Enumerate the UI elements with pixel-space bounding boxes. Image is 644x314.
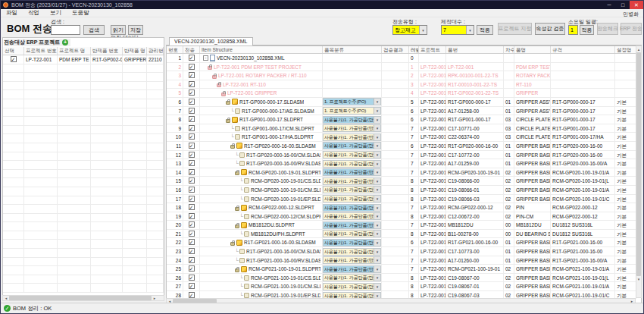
chevron-down-icon[interactable]: ▾ xyxy=(374,152,380,158)
bom-row[interactable]: 23✓└R1T-GP021-000-16-00/CM.SLDASM사용불가)1.… xyxy=(167,247,641,256)
search-button[interactable]: 검색 xyxy=(83,25,105,35)
bom-row[interactable]: 17✓└RCM-GP020-100-19-01/EP.SLDPRT사용불가)1.… xyxy=(167,195,641,204)
item-category-dropdown[interactable]: 사용불가)1. 가공단품(반)▾ xyxy=(323,256,381,264)
item-category-dropdown[interactable]: 사용불가)1. 가공단품(반)▾ xyxy=(323,168,381,176)
save-button[interactable]: 저장 xyxy=(128,25,143,35)
item-category-dropdown[interactable]: 사용불가)1. 가공단품(반)▾ xyxy=(323,142,381,149)
item-category-dropdown[interactable]: 사용불가)1. 가공단품(반)▾ xyxy=(323,248,381,256)
bom-row[interactable]: 26✓└RCM-GP021-100-19-01/CS.SLDPRT사용불가)1.… xyxy=(167,274,641,283)
checkbox[interactable]: ✓ xyxy=(189,108,195,114)
checkbox[interactable]: ✓ xyxy=(189,169,195,175)
bom-row[interactable]: 5✓LP-T22-001 GRIPPER4LP-T22-001R1T-GP002… xyxy=(167,89,641,98)
chevron-down-icon[interactable]: ▾ xyxy=(374,187,380,193)
item-category-dropdown[interactable]: 사용불가)1. 가공단품(반)▾ xyxy=(323,204,381,212)
item-category-dropdown[interactable]: 사용불가)1. 가공단품(반)▾ xyxy=(323,151,381,159)
chevron-down-icon[interactable]: ▾ xyxy=(374,108,380,114)
attr-validate-button[interactable]: 속성값 검증 xyxy=(535,23,565,35)
bom-row[interactable]: 4✓LP-T22-001 RT-1103LP-T22-001R1T-00010-… xyxy=(167,80,641,89)
chevron-down-icon[interactable]: ▾ xyxy=(374,117,380,123)
chevron-down-icon[interactable]: ▾ xyxy=(374,257,380,263)
chevron-down-icon[interactable]: ▾ xyxy=(419,26,427,34)
checkbox[interactable]: ✓ xyxy=(189,125,195,131)
item-category-dropdown[interactable]: 사용불가)1. 가공단품(반)▾ xyxy=(323,212,381,220)
transfer-check-button[interactable]: 전송체크 xyxy=(597,23,618,35)
bom-row[interactable]: 25✓RCM-GP021-100-19-01.SLDPRT사용불가)1. 가공단… xyxy=(167,265,641,274)
transfer-type-combo[interactable]: 창고재고 ▾ xyxy=(392,25,427,35)
left-table-row[interactable]: ✓LP-T22-001PDM ERP TER1T-GP002-0GRIPPER2… xyxy=(3,55,164,64)
chevron-down-icon[interactable]: ▾ xyxy=(374,196,380,202)
bom-row[interactable]: 18✓RCM-GP022-000-12.SLDPRT사용불가)1. 가공단품(반… xyxy=(167,203,641,212)
item-category-dropdown[interactable]: 1. 프로젝트수주(PO)▾ xyxy=(323,98,381,105)
leadtime-apply-button[interactable]: 적용 xyxy=(580,25,594,35)
item-category-dropdown[interactable]: 1. 프로젝트수주(PO)▾ xyxy=(323,107,381,115)
checkbox[interactable]: ✓ xyxy=(189,152,195,158)
item-category-dropdown[interactable]: 사용불가)1. 가공단품(반)▾ xyxy=(323,239,381,246)
add-project-icon[interactable]: + xyxy=(62,39,68,46)
bom-row[interactable]: 22✓R1T-GP021-000-16-00.SLDASM사용불가)1. 가공단… xyxy=(167,238,641,247)
item-category-dropdown[interactable]: 사용불가)1. 가공단품(반)▾ xyxy=(323,195,381,203)
chevron-down-icon[interactable]: ▾ xyxy=(374,240,380,246)
chevron-down-icon[interactable]: ▾ xyxy=(374,143,380,149)
checkbox[interactable]: ✓ xyxy=(189,64,195,70)
checkbox[interactable]: ✓ xyxy=(189,89,195,96)
bom-row[interactable]: 14✓RCM-GP020-100-19-01.SLDPRT사용불가)1. 가공단… xyxy=(167,168,641,177)
chevron-down-icon[interactable]: ▾ xyxy=(374,99,380,105)
chevron-down-icon[interactable]: ▾ xyxy=(374,249,380,255)
search-input[interactable] xyxy=(51,25,80,35)
menu-task[interactable]: 작업 xyxy=(23,9,45,17)
bom-row[interactable]: 11✓R1T-GP020-000-16-00.SLDASM사용불가)1. 가공단… xyxy=(167,142,641,151)
chevron-down-icon[interactable]: ▾ xyxy=(374,213,380,219)
checkbox[interactable]: ✓ xyxy=(189,160,195,166)
checkbox[interactable]: ✓ xyxy=(189,196,195,202)
menu-view[interactable]: 보기 xyxy=(45,9,67,17)
menu-file[interactable]: 파일 xyxy=(1,9,23,17)
chevron-down-icon[interactable]: ▾ xyxy=(374,266,380,272)
left-hscrollbar[interactable]: ◂ ▸ xyxy=(2,295,164,301)
main-vscrollbar[interactable]: ▴ ▾ xyxy=(636,46,642,298)
bom-row[interactable]: 27✓└RCM-GP021-100-19-01/CM.SLDPRT사용불가)1.… xyxy=(167,282,641,291)
chevron-down-icon[interactable]: ▾ xyxy=(374,222,380,228)
bom-row[interactable]: 2✓LP-T22-001 PDM ERP TEST PROJECT1LP-T22… xyxy=(167,63,641,72)
bom-row[interactable]: 1✓-VECN-20230130_102858.XML0 xyxy=(167,54,641,63)
leadtime-input[interactable]: 1 xyxy=(568,25,578,35)
checkbox[interactable]: ✓ xyxy=(189,116,195,122)
bom-row[interactable]: 12✓└R1T-GP020-000-16-00/CM.SLDASM사용불가)1.… xyxy=(167,151,641,160)
checkbox[interactable]: ✓ xyxy=(189,133,195,140)
item-category-dropdown[interactable]: 사용불가)1. 가공단품(반)▾ xyxy=(323,186,381,193)
checkbox[interactable]: ✓ xyxy=(189,221,195,228)
item-category-dropdown[interactable]: 사용불가)1. 가공단품(반)▾ xyxy=(323,230,381,237)
scroll-thumb[interactable] xyxy=(9,296,152,300)
item-category-dropdown[interactable]: 사용불가)1. 가공단품(반)▾ xyxy=(323,160,381,168)
item-category-dropdown[interactable]: 사용불가)1. 가공단품(반)▾ xyxy=(323,265,381,273)
project-assign-button[interactable]: 프로젝트 지정 xyxy=(498,23,532,35)
bom-row[interactable]: 19✓└RCM-GP022-000-12/CM.SLDPRT사용불가)1. 가공… xyxy=(167,212,641,221)
checkbox[interactable]: ✓ xyxy=(189,239,195,245)
item-category-dropdown[interactable]: 사용불가)1. 가공단품(반)▾ xyxy=(323,177,381,185)
checkbox[interactable]: ✓ xyxy=(189,177,195,184)
chevron-down-icon[interactable]: ▾ xyxy=(374,134,380,140)
chevron-down-icon[interactable]: ▾ xyxy=(466,26,474,34)
item-category-dropdown[interactable]: 사용불가)1. 가공단품(반)▾ xyxy=(323,124,381,132)
bom-row[interactable]: 7✓└R1T-GP000-000-17/AS.SLDASM1. 프로젝트수주(P… xyxy=(167,107,641,116)
bom-row[interactable]: 24✓└R1T-GP021-000-16-00/RV.SLDASM사용불가)1.… xyxy=(167,256,641,265)
checkbox[interactable]: ✓ xyxy=(189,55,195,61)
checkbox[interactable]: ✓ xyxy=(189,213,195,219)
close-button[interactable]: ✕ xyxy=(630,1,643,9)
bom-row[interactable]: 3✓LP-T22-001 ROTARY PACKER / RT-1102LP-T… xyxy=(167,71,641,80)
read-button[interactable]: 읽기 xyxy=(111,25,126,35)
checkbox[interactable]: ✓ xyxy=(189,143,195,149)
chevron-down-icon[interactable]: ▾ xyxy=(374,275,380,281)
chevron-down-icon[interactable]: ▾ xyxy=(374,178,380,184)
minimize-button[interactable]: ─ xyxy=(602,1,616,9)
menu-help[interactable]: 도움말 xyxy=(67,9,95,17)
scroll-left-icon[interactable]: ◂ xyxy=(3,295,9,301)
checkbox[interactable]: ✓ xyxy=(189,72,195,78)
bom-row[interactable]: 8✓R1T-GP001-000-17.SLDPRT사용불가)1. 가공단품(반)… xyxy=(167,115,641,124)
chevron-down-icon[interactable]: ▾ xyxy=(374,284,380,290)
bom-row[interactable]: 6✓R1T-GP000-000-17.SLDASM1. 프로젝트수주(PO)▾5… xyxy=(167,98,641,107)
bom-row[interactable]: 15✓└RCM-GP020-100-19-01/CS.SLDPRT사용불가)1.… xyxy=(167,177,641,186)
checkbox[interactable]: ✓ xyxy=(189,257,195,263)
tab-xml-file[interactable]: VECN-20230130_102858.XML xyxy=(169,37,253,46)
checkbox[interactable]: ✓ xyxy=(189,283,195,289)
checkbox[interactable]: ✓ xyxy=(189,81,195,87)
